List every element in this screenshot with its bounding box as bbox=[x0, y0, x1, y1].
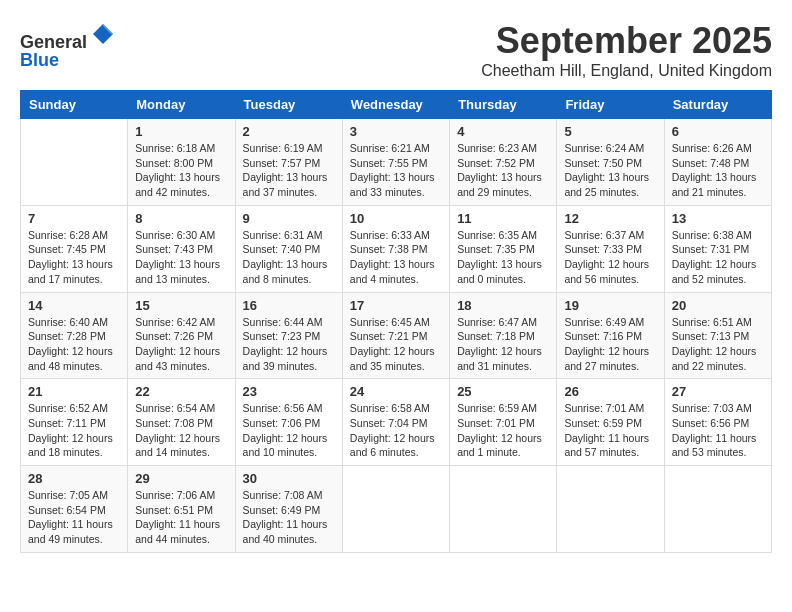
table-row: 17 Sunrise: 6:45 AM Sunset: 7:21 PM Dayl… bbox=[342, 292, 449, 379]
table-row: 19 Sunrise: 6:49 AM Sunset: 7:16 PM Dayl… bbox=[557, 292, 664, 379]
table-row: 24 Sunrise: 6:58 AM Sunset: 7:04 PM Dayl… bbox=[342, 379, 449, 466]
day-number: 25 bbox=[457, 384, 549, 399]
sunset: Sunset: 7:28 PM bbox=[28, 330, 106, 342]
daylight: Daylight: 13 hours and 42 minutes. bbox=[135, 171, 220, 198]
sunrise: Sunrise: 7:08 AM bbox=[243, 489, 323, 501]
table-row: 1 Sunrise: 6:18 AM Sunset: 8:00 PM Dayli… bbox=[128, 119, 235, 206]
table-row: 23 Sunrise: 6:56 AM Sunset: 7:06 PM Dayl… bbox=[235, 379, 342, 466]
day-info: Sunrise: 6:21 AM Sunset: 7:55 PM Dayligh… bbox=[350, 141, 442, 200]
day-info: Sunrise: 6:58 AM Sunset: 7:04 PM Dayligh… bbox=[350, 401, 442, 460]
sunset: Sunset: 7:43 PM bbox=[135, 243, 213, 255]
sunrise: Sunrise: 6:51 AM bbox=[672, 316, 752, 328]
table-row: 3 Sunrise: 6:21 AM Sunset: 7:55 PM Dayli… bbox=[342, 119, 449, 206]
sunrise: Sunrise: 6:42 AM bbox=[135, 316, 215, 328]
col-thursday: Thursday bbox=[450, 91, 557, 119]
day-info: Sunrise: 7:08 AM Sunset: 6:49 PM Dayligh… bbox=[243, 488, 335, 547]
location-title: Cheetham Hill, England, United Kingdom bbox=[481, 62, 772, 80]
day-info: Sunrise: 7:06 AM Sunset: 6:51 PM Dayligh… bbox=[135, 488, 227, 547]
daylight: Daylight: 12 hours and 6 minutes. bbox=[350, 432, 435, 459]
sunrise: Sunrise: 6:49 AM bbox=[564, 316, 644, 328]
sunset: Sunset: 8:00 PM bbox=[135, 157, 213, 169]
logo-blue-text: Blue bbox=[20, 50, 117, 71]
sunrise: Sunrise: 6:19 AM bbox=[243, 142, 323, 154]
day-info: Sunrise: 6:38 AM Sunset: 7:31 PM Dayligh… bbox=[672, 228, 764, 287]
day-info: Sunrise: 6:49 AM Sunset: 7:16 PM Dayligh… bbox=[564, 315, 656, 374]
sunset: Sunset: 6:54 PM bbox=[28, 504, 106, 516]
sunset: Sunset: 7:35 PM bbox=[457, 243, 535, 255]
day-number: 26 bbox=[564, 384, 656, 399]
day-info: Sunrise: 6:31 AM Sunset: 7:40 PM Dayligh… bbox=[243, 228, 335, 287]
sunset: Sunset: 7:23 PM bbox=[243, 330, 321, 342]
sunrise: Sunrise: 6:54 AM bbox=[135, 402, 215, 414]
day-info: Sunrise: 6:18 AM Sunset: 8:00 PM Dayligh… bbox=[135, 141, 227, 200]
calendar-week-row: 21 Sunrise: 6:52 AM Sunset: 7:11 PM Dayl… bbox=[21, 379, 772, 466]
sunrise: Sunrise: 6:18 AM bbox=[135, 142, 215, 154]
daylight: Daylight: 12 hours and 22 minutes. bbox=[672, 345, 757, 372]
daylight: Daylight: 12 hours and 18 minutes. bbox=[28, 432, 113, 459]
col-monday: Monday bbox=[128, 91, 235, 119]
logo: General Blue bbox=[20, 20, 117, 71]
table-row: 16 Sunrise: 6:44 AM Sunset: 7:23 PM Dayl… bbox=[235, 292, 342, 379]
daylight: Daylight: 13 hours and 0 minutes. bbox=[457, 258, 542, 285]
sunrise: Sunrise: 6:38 AM bbox=[672, 229, 752, 241]
table-row: 28 Sunrise: 7:05 AM Sunset: 6:54 PM Dayl… bbox=[21, 466, 128, 553]
day-info: Sunrise: 6:51 AM Sunset: 7:13 PM Dayligh… bbox=[672, 315, 764, 374]
table-row bbox=[450, 466, 557, 553]
daylight: Daylight: 12 hours and 39 minutes. bbox=[243, 345, 328, 372]
sunset: Sunset: 7:33 PM bbox=[564, 243, 642, 255]
day-number: 22 bbox=[135, 384, 227, 399]
month-title: September 2025 bbox=[481, 20, 772, 62]
day-number: 2 bbox=[243, 124, 335, 139]
daylight: Daylight: 13 hours and 25 minutes. bbox=[564, 171, 649, 198]
sunset: Sunset: 7:06 PM bbox=[243, 417, 321, 429]
sunset: Sunset: 7:57 PM bbox=[243, 157, 321, 169]
daylight: Daylight: 12 hours and 10 minutes. bbox=[243, 432, 328, 459]
sunrise: Sunrise: 7:03 AM bbox=[672, 402, 752, 414]
calendar-week-row: 7 Sunrise: 6:28 AM Sunset: 7:45 PM Dayli… bbox=[21, 205, 772, 292]
sunset: Sunset: 6:51 PM bbox=[135, 504, 213, 516]
sunset: Sunset: 7:40 PM bbox=[243, 243, 321, 255]
table-row: 6 Sunrise: 6:26 AM Sunset: 7:48 PM Dayli… bbox=[664, 119, 771, 206]
day-number: 17 bbox=[350, 298, 442, 313]
sunrise: Sunrise: 7:01 AM bbox=[564, 402, 644, 414]
day-info: Sunrise: 6:28 AM Sunset: 7:45 PM Dayligh… bbox=[28, 228, 120, 287]
sunset: Sunset: 7:08 PM bbox=[135, 417, 213, 429]
calendar-header-row: Sunday Monday Tuesday Wednesday Thursday… bbox=[21, 91, 772, 119]
sunset: Sunset: 7:31 PM bbox=[672, 243, 750, 255]
sunrise: Sunrise: 6:31 AM bbox=[243, 229, 323, 241]
sunrise: Sunrise: 6:24 AM bbox=[564, 142, 644, 154]
day-number: 14 bbox=[28, 298, 120, 313]
sunrise: Sunrise: 6:37 AM bbox=[564, 229, 644, 241]
day-number: 1 bbox=[135, 124, 227, 139]
day-number: 11 bbox=[457, 211, 549, 226]
day-number: 23 bbox=[243, 384, 335, 399]
day-number: 24 bbox=[350, 384, 442, 399]
table-row: 10 Sunrise: 6:33 AM Sunset: 7:38 PM Dayl… bbox=[342, 205, 449, 292]
sunrise: Sunrise: 6:52 AM bbox=[28, 402, 108, 414]
sunset: Sunset: 7:11 PM bbox=[28, 417, 106, 429]
day-number: 30 bbox=[243, 471, 335, 486]
svg-marker-0 bbox=[93, 24, 113, 44]
table-row: 5 Sunrise: 6:24 AM Sunset: 7:50 PM Dayli… bbox=[557, 119, 664, 206]
table-row: 26 Sunrise: 7:01 AM Sunset: 6:59 PM Dayl… bbox=[557, 379, 664, 466]
sunrise: Sunrise: 6:44 AM bbox=[243, 316, 323, 328]
day-number: 6 bbox=[672, 124, 764, 139]
daylight: Daylight: 12 hours and 56 minutes. bbox=[564, 258, 649, 285]
daylight: Daylight: 12 hours and 48 minutes. bbox=[28, 345, 113, 372]
day-number: 13 bbox=[672, 211, 764, 226]
table-row: 14 Sunrise: 6:40 AM Sunset: 7:28 PM Dayl… bbox=[21, 292, 128, 379]
table-row: 15 Sunrise: 6:42 AM Sunset: 7:26 PM Dayl… bbox=[128, 292, 235, 379]
day-info: Sunrise: 7:05 AM Sunset: 6:54 PM Dayligh… bbox=[28, 488, 120, 547]
day-info: Sunrise: 6:42 AM Sunset: 7:26 PM Dayligh… bbox=[135, 315, 227, 374]
col-tuesday: Tuesday bbox=[235, 91, 342, 119]
table-row bbox=[664, 466, 771, 553]
daylight: Daylight: 13 hours and 33 minutes. bbox=[350, 171, 435, 198]
table-row: 21 Sunrise: 6:52 AM Sunset: 7:11 PM Dayl… bbox=[21, 379, 128, 466]
sunset: Sunset: 7:48 PM bbox=[672, 157, 750, 169]
sunset: Sunset: 6:59 PM bbox=[564, 417, 642, 429]
daylight: Daylight: 13 hours and 37 minutes. bbox=[243, 171, 328, 198]
daylight: Daylight: 11 hours and 53 minutes. bbox=[672, 432, 757, 459]
day-number: 7 bbox=[28, 211, 120, 226]
sunrise: Sunrise: 6:33 AM bbox=[350, 229, 430, 241]
sunset: Sunset: 6:56 PM bbox=[672, 417, 750, 429]
